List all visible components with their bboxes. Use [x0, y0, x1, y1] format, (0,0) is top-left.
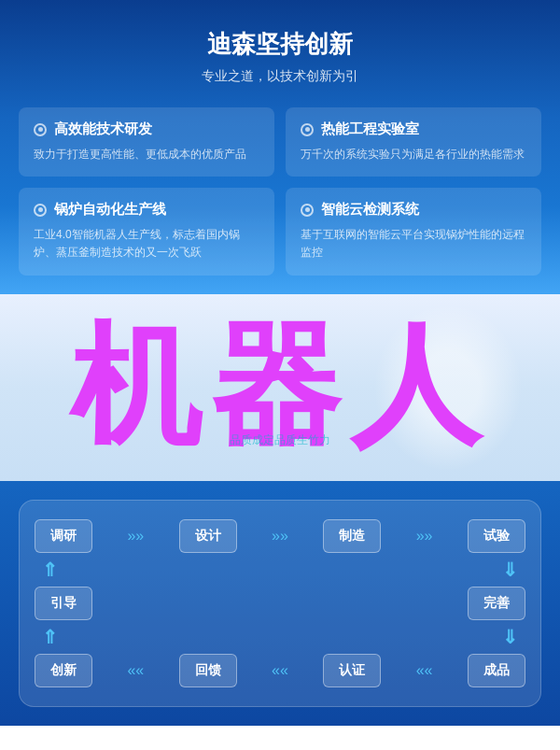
flow-box-product: 成品: [468, 654, 525, 687]
card-cloud-detection: 智能云检测系统 基于互联网的智能云平台实现锅炉性能的远程监控: [286, 188, 541, 275]
arrow-left-3: ««: [413, 662, 437, 679]
card-dot-1: [34, 123, 47, 136]
flow-row-1: 调研 »» 设计 »» 制造 »» 试验: [35, 519, 525, 553]
card-title-2: 热能工程实验室: [321, 120, 419, 138]
flow-box-feedback: 回馈: [179, 654, 237, 687]
card-header-3: 锅炉自动化生产线: [34, 201, 259, 219]
card-thermal-lab: 热能工程实验室 万千次的系统实验只为满足各行业的热能需求: [286, 107, 541, 177]
arrow-up-left-2: ⇑: [42, 626, 58, 648]
flow-row-3: 创新 «« 回馈 «« 认证 «« 成品: [35, 654, 525, 687]
flow-box-innovate: 创新: [35, 654, 92, 687]
card-desc-2: 万千次的系统实验只为满足各行业的热能需求: [301, 146, 526, 163]
arrow-right-2: »»: [268, 528, 292, 545]
flow-box-certify: 认证: [323, 654, 381, 687]
main-title: 迪森坚持创新: [19, 28, 541, 61]
top-section: 迪森坚持创新 专业之道，以技术创新为引 高效能技术研发 致力于打造更高性能、更低…: [0, 0, 560, 294]
card-dot-3: [34, 204, 47, 217]
card-dot-2: [301, 123, 314, 136]
flow-box-research: 调研: [35, 519, 92, 553]
arrows-connector-2: ⇑ ⇓: [35, 626, 525, 648]
flow-box-improve: 完善: [468, 587, 525, 620]
card-dot-4: [301, 204, 314, 217]
sub-title: 专业之道，以技术创新为引: [19, 68, 541, 85]
arrow-right-3: »»: [413, 528, 437, 545]
flow-container: 调研 »» 设计 »» 制造 »» 试验 ⇑ ⇓ 引导 完善 ⇑ ⇓ 创新 ««: [19, 500, 541, 707]
arrow-up-left: ⇑: [42, 559, 58, 581]
watermark-text: 品质成定品质生竹力: [230, 432, 330, 448]
card-header-1: 高效能技术研发: [34, 120, 259, 138]
robot-text: 机器人: [70, 299, 490, 476]
arrows-connector-1: ⇑ ⇓: [35, 559, 525, 581]
cards-grid: 高效能技术研发 致力于打造更高性能、更低成本的优质产品 热能工程实验室 万千次的…: [19, 107, 541, 276]
flow-box-manufacture: 制造: [323, 519, 381, 553]
card-header-4: 智能云检测系统: [301, 201, 526, 219]
card-title-3: 锅炉自动化生产线: [54, 201, 166, 219]
flow-box-design: 设计: [179, 519, 237, 553]
arrow-left-1: ««: [123, 662, 147, 679]
card-title-1: 高效能技术研发: [54, 120, 152, 138]
card-tech-research: 高效能技术研发 致力于打造更高性能、更低成本的优质产品: [19, 107, 274, 177]
arrow-down-right-2: ⇓: [502, 626, 518, 648]
arrow-left-2: ««: [268, 662, 292, 679]
card-desc-4: 基于互联网的智能云平台实现锅炉性能的远程监控: [301, 226, 526, 262]
arrow-down-right: ⇓: [502, 559, 518, 581]
flow-row-2: 引导 完善: [35, 587, 525, 620]
middle-section: 机器人 品质成定品质生竹力: [0, 294, 560, 481]
card-header-2: 热能工程实验室: [301, 120, 526, 138]
card-boiler-line: 锅炉自动化生产线 工业4.0智能机器人生产线，标志着国内锅炉、蒸压釜制造技术的又…: [19, 188, 274, 275]
arrow-right-1: »»: [123, 528, 147, 545]
card-title-4: 智能云检测系统: [321, 201, 419, 219]
flow-box-test: 试验: [468, 519, 525, 553]
card-desc-1: 致力于打造更高性能、更低成本的优质产品: [34, 146, 259, 163]
card-desc-3: 工业4.0智能机器人生产线，标志着国内锅炉、蒸压釜制造技术的又一次飞跃: [34, 226, 259, 262]
flow-box-guide: 引导: [35, 587, 92, 620]
bottom-section: 调研 »» 设计 »» 制造 »» 试验 ⇑ ⇓ 引导 完善 ⇑ ⇓ 创新 ««: [0, 481, 560, 726]
